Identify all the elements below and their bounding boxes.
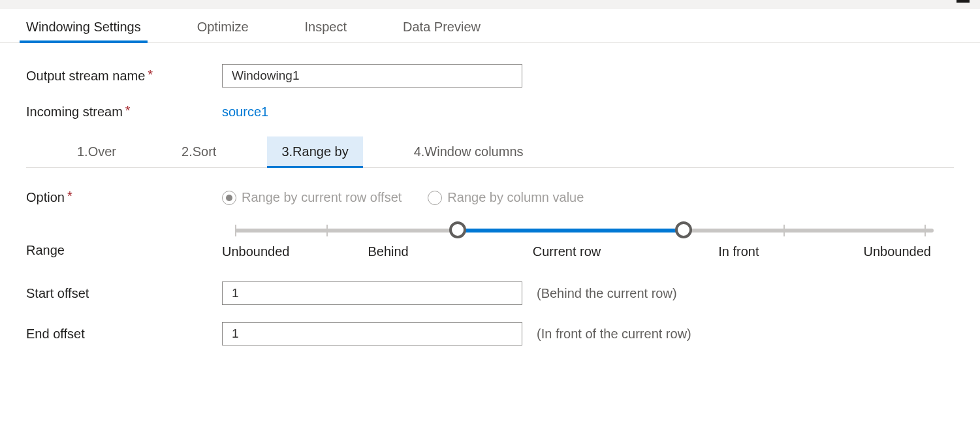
output-stream-label-text: Output stream name [26, 69, 145, 83]
slider-mark-current-row: Current row [533, 244, 601, 259]
tab-optimize[interactable]: Optimize [191, 16, 255, 42]
tab-inspect[interactable]: Inspect [298, 16, 353, 42]
required-asterisk-icon: * [148, 67, 153, 82]
radio-circle-icon [222, 191, 236, 205]
end-offset-label: End offset [26, 327, 222, 342]
range-label: Range [26, 222, 222, 258]
slider-mark-behind: Behind [368, 244, 408, 259]
end-offset-input[interactable] [222, 322, 522, 345]
slider-track [222, 222, 934, 238]
subtab-sort[interactable]: 2.Sort [167, 136, 230, 167]
option-radio-group: Range by current row offset Range by col… [222, 190, 584, 205]
slider-handle-start[interactable] [449, 221, 466, 238]
primary-tabs: Windowing Settings Optimize Inspect Data… [0, 9, 980, 43]
output-stream-input[interactable] [222, 64, 522, 88]
slider-mark-unbounded-left: Unbounded [222, 244, 289, 259]
menu-indicator-icon [956, 0, 970, 3]
slider-tick [235, 225, 236, 236]
required-asterisk-icon: * [125, 103, 131, 118]
slider-tick [783, 225, 785, 236]
slider-mark-in-front: In front [718, 244, 759, 259]
option-label: Option* [26, 190, 222, 205]
start-offset-hint: (Behind the current row) [537, 286, 677, 301]
option-label-text: Option [26, 190, 65, 204]
start-offset-input[interactable] [222, 281, 522, 305]
end-offset-hint: (In front of the current row) [537, 327, 691, 342]
incoming-stream-label-text: Incoming stream [26, 104, 123, 119]
row-end-offset: End offset (In front of the current row) [26, 322, 954, 345]
slider-tick [925, 225, 926, 236]
tab-data-preview[interactable]: Data Preview [396, 16, 487, 42]
range-slider[interactable]: Unbounded Behind Current row In front Un… [222, 222, 934, 259]
row-range: Range Unbounded Behind Current row In fr… [26, 222, 954, 259]
radio-range-by-offset-label: Range by current row offset [242, 190, 402, 205]
sub-tabs: 1.Over 2.Sort 3.Range by 4.Window column… [26, 136, 954, 168]
incoming-stream-link[interactable]: source1 [222, 104, 268, 120]
tab-windowing-settings[interactable]: Windowing Settings [20, 16, 148, 42]
row-incoming-stream: Incoming stream* source1 [26, 104, 954, 120]
incoming-stream-label: Incoming stream* [26, 104, 222, 120]
radio-range-by-offset[interactable]: Range by current row offset [222, 190, 402, 205]
required-asterisk-icon: * [67, 189, 72, 203]
radio-circle-icon [428, 191, 442, 205]
slider-tick [326, 225, 328, 236]
slider-handle-end[interactable] [675, 221, 692, 238]
output-stream-label: Output stream name* [26, 69, 222, 84]
settings-form: Output stream name* Incoming stream* sou… [0, 43, 980, 376]
row-option: Option* Range by current row offset Rang… [26, 190, 954, 205]
slider-mark-unbounded-right: Unbounded [864, 244, 931, 259]
top-strip [0, 0, 980, 9]
subtab-over[interactable]: 1.Over [63, 136, 131, 167]
radio-range-by-column-label: Range by column value [447, 190, 584, 205]
start-offset-label: Start offset [26, 286, 222, 301]
row-output-stream: Output stream name* [26, 64, 954, 88]
subtab-window-columns[interactable]: 4.Window columns [400, 136, 538, 167]
row-start-offset: Start offset (Behind the current row) [26, 281, 954, 305]
radio-range-by-column[interactable]: Range by column value [428, 190, 584, 205]
slider-fill [457, 229, 682, 233]
subtab-range-by[interactable]: 3.Range by [267, 136, 362, 167]
slider-labels: Unbounded Behind Current row In front Un… [222, 244, 934, 259]
